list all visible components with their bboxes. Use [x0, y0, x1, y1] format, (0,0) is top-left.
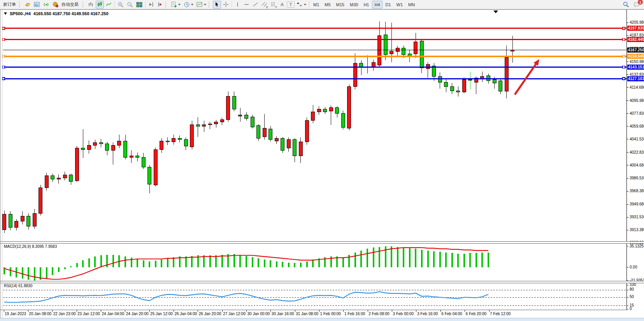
fibonacci-button[interactable]: F [269, 1, 277, 9]
tile-windows-button[interactable] [135, 1, 144, 9]
toolbar-grip [165, 2, 168, 7]
candle-body [414, 42, 418, 54]
cursor-button[interactable] [213, 1, 221, 9]
timeframe-h4-button[interactable]: H4 [372, 1, 382, 9]
candle-body [341, 113, 345, 127]
toolbar-right-tools: 1 [621, 0, 642, 8]
candle-body [226, 96, 230, 120]
rsi-label: RSI(14) 61.8830 [4, 284, 32, 288]
candle-body [75, 148, 79, 181]
candle-body [111, 145, 115, 150]
candle-body [299, 142, 302, 156]
rsi-panel-bottom-border [0, 310, 627, 310]
candle-body [390, 51, 393, 54]
candle-body [402, 48, 405, 54]
new-order-button[interactable]: 新订单 [1, 1, 18, 9]
timeframe-buttons: M1M5M15M30H1H4D1W1MN [311, 1, 418, 9]
candle-body [196, 125, 200, 126]
candle-body [136, 156, 139, 158]
line-handle [623, 77, 625, 80]
candle-body [311, 112, 315, 121]
candle-body [3, 214, 6, 230]
line-handle [2, 38, 5, 40]
chevron-down-icon[interactable] [178, 4, 181, 5]
timeframe-m30-button[interactable]: M30 [347, 1, 360, 9]
trendline-button[interactable] [251, 1, 260, 9]
chevron-down-icon[interactable] [304, 4, 306, 5]
line-handle [623, 38, 625, 40]
crosshair-button[interactable] [222, 1, 230, 9]
candle-body [329, 108, 333, 111]
timeframe-w1-button[interactable]: W1 [394, 1, 405, 9]
candle-body [45, 176, 48, 188]
timeframe-m15-button[interactable]: M15 [334, 1, 347, 9]
line-handle [623, 66, 625, 68]
text-button[interactable]: A [278, 1, 286, 9]
text-label-button[interactable]: T [287, 2, 295, 8]
candle-body [21, 216, 24, 221]
zoom-in-button[interactable] [116, 1, 125, 9]
candle-body [202, 125, 206, 126]
chart-canvas[interactable] [0, 0, 644, 321]
notifications-button[interactable]: 1 [632, 0, 641, 8]
candle-body [160, 141, 163, 149]
candle-body [9, 214, 12, 228]
candle-body [287, 140, 290, 148]
toolbar-separator [145, 1, 146, 8]
candle-body [420, 41, 423, 68]
zoom-out-button[interactable] [126, 1, 134, 9]
candle-body [372, 62, 375, 67]
auto-scroll-marker-icon[interactable] [493, 11, 498, 13]
candle-body [154, 149, 157, 185]
auto-trading-button[interactable]: 自动交易 [51, 1, 81, 9]
channel-button[interactable]: E [260, 1, 268, 9]
candle-body [293, 140, 297, 156]
templates-button[interactable] [195, 1, 207, 9]
periods-button[interactable] [182, 1, 195, 9]
candle-body [142, 157, 145, 167]
candle-body [184, 140, 188, 146]
rsi-panel-splitter[interactable] [0, 281, 644, 283]
arrows-button[interactable] [295, 1, 307, 9]
candlestick-chart-button[interactable] [96, 1, 104, 9]
vertical-line-button[interactable] [233, 1, 242, 9]
toolbar-separator [114, 1, 115, 8]
bar-chart-button[interactable] [87, 1, 95, 9]
chevron-down-icon[interactable] [191, 4, 193, 5]
gold-badge-icon[interactable] [23, 1, 32, 9]
candle-body [335, 108, 339, 114]
macd-panel-splitter[interactable] [0, 241, 644, 244]
indicators-button[interactable] [170, 1, 182, 9]
candle-body [33, 213, 36, 226]
chevron-down-icon[interactable] [204, 4, 206, 5]
expand-triangle-icon[interactable] [4, 12, 7, 15]
candle-body [499, 81, 502, 91]
window-top-border [0, 9, 644, 10]
timeframe-m1-button[interactable]: M1 [311, 1, 321, 9]
timeframe-mn-button[interactable]: MN [406, 1, 417, 9]
auto-scroll-button[interactable] [147, 1, 155, 9]
candle-body [39, 188, 42, 214]
profile-chart-icon[interactable] [33, 1, 41, 9]
horizontal-line-button[interactable] [242, 1, 251, 9]
candle-body [214, 122, 218, 124]
candle-body [63, 175, 67, 178]
line-handle [623, 27, 625, 30]
candle-body [105, 144, 109, 150]
status-bar [0, 318, 644, 321]
timeframe-m5-button[interactable]: M5 [322, 1, 333, 9]
timeframe-d1-button[interactable]: D1 [383, 1, 393, 9]
candle-body [353, 63, 357, 86]
timeframe-h1-button[interactable]: H1 [361, 1, 371, 9]
line-handle [2, 55, 5, 58]
signal-icon[interactable] [42, 1, 51, 9]
line-chart-button[interactable] [105, 1, 113, 9]
candle-body [450, 86, 454, 91]
candle-body [462, 79, 466, 92]
search-button[interactable] [621, 0, 630, 8]
candle-body [281, 138, 284, 150]
candle-body [81, 148, 85, 150]
candle-body [438, 77, 442, 82]
chart-shift-button[interactable] [156, 1, 164, 9]
candle-body [27, 216, 30, 226]
